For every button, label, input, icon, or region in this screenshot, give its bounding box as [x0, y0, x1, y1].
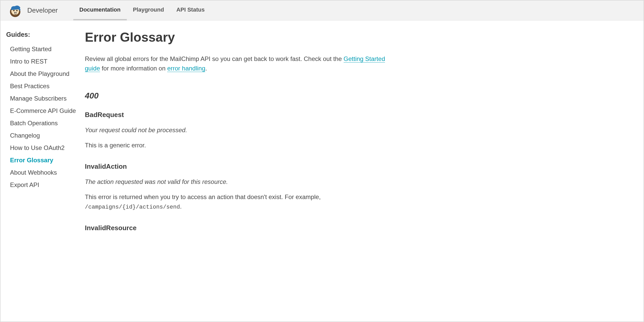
brand-block[interactable]: Developer [1, 1, 73, 20]
sidebar-item-label: Manage Subscribers [10, 95, 67, 102]
intro-paragraph: Review all global errors for the MailChi… [85, 54, 388, 73]
sidebar-item-about-playground[interactable]: About the Playground [10, 68, 80, 80]
sidebar-item-best-practices[interactable]: Best Practices [10, 80, 80, 92]
error-desc-code: /campaigns/{id}/actions/send [85, 204, 180, 210]
intro-text-mid: for more information on [100, 65, 167, 72]
sidebar-item-export-api[interactable]: Export API [10, 179, 80, 191]
page-title: Error Glossary [85, 30, 388, 45]
sidebar-item-how-to-use-oauth2[interactable]: How to Use OAuth2 [10, 142, 80, 154]
nav-documentation[interactable]: Documentation [73, 1, 127, 20]
sidebar-item-label: Changelog [10, 132, 40, 139]
svg-point-3 [16, 10, 17, 11]
mailchimp-logo-icon [8, 4, 22, 17]
sidebar-item-label: Intro to REST [10, 58, 47, 65]
error-name: InvalidResource [85, 224, 388, 232]
sidebar-item-intro-to-rest[interactable]: Intro to REST [10, 55, 80, 68]
sidebar-item-error-glossary[interactable]: Error Glossary [10, 154, 80, 166]
sidebar-item-label: How to Use OAuth2 [10, 144, 65, 151]
error-invalidaction: InvalidAction The action requested was n… [85, 163, 388, 212]
intro-text-post: . [205, 65, 207, 72]
sidebar-heading: Guides: [6, 31, 80, 38]
nav-api-status[interactable]: API Status [170, 1, 211, 20]
svg-point-6 [16, 12, 16, 13]
sidebar: Guides: Getting Started Intro to REST Ab… [1, 21, 85, 321]
error-desc-text: This error is returned when you try to a… [85, 193, 321, 200]
sidebar-item-label: Getting Started [10, 46, 51, 52]
sidebar-item-label: Export API [10, 181, 39, 188]
main-content: Error Glossary Review all global errors … [85, 21, 399, 321]
error-invalidresource: InvalidResource [85, 224, 388, 232]
sidebar-item-label: About Webhooks [10, 169, 57, 176]
nav-playground-label: Playground [133, 6, 164, 13]
status-code-heading: 400 [85, 91, 388, 101]
error-name: BadRequest [85, 111, 388, 119]
error-summary: The action requested was not valid for t… [85, 177, 388, 186]
sidebar-item-getting-started[interactable]: Getting Started [10, 43, 80, 55]
svg-point-4 [13, 11, 17, 14]
error-summary: Your request could not be processed. [85, 126, 388, 135]
sidebar-item-about-webhooks[interactable]: About Webhooks [10, 166, 80, 179]
error-desc: This error is returned when you try to a… [85, 192, 388, 212]
nav-documentation-label: Documentation [79, 6, 121, 13]
svg-point-2 [13, 10, 14, 11]
brand-text: Developer [27, 6, 58, 14]
sidebar-item-label: About the Playground [10, 70, 69, 77]
intro-text-pre: Review all global errors for the MailChi… [85, 55, 344, 62]
nav-api-status-label: API Status [176, 6, 205, 13]
sidebar-item-label: Error Glossary [10, 157, 53, 164]
top-nav: Documentation Playground API Status [73, 1, 211, 20]
error-badrequest: BadRequest Your request could not be pro… [85, 111, 388, 150]
svg-point-5 [14, 12, 15, 13]
sidebar-item-batch-operations[interactable]: Batch Operations [10, 117, 80, 129]
link-error-handling[interactable]: error handling [167, 65, 205, 72]
sidebar-list: Getting Started Intro to REST About the … [6, 43, 80, 191]
sidebar-item-changelog[interactable]: Changelog [10, 129, 80, 142]
sidebar-item-label: E-Commerce API Guide [10, 107, 76, 114]
sidebar-item-ecommerce-api-guide[interactable]: E-Commerce API Guide [10, 105, 80, 117]
header-bar: Developer Documentation Playground API S… [1, 1, 643, 21]
sidebar-item-manage-subscribers[interactable]: Manage Subscribers [10, 92, 80, 105]
page-body: Guides: Getting Started Intro to REST Ab… [1, 21, 643, 321]
app-viewport: Developer Documentation Playground API S… [0, 0, 644, 322]
error-name: InvalidAction [85, 163, 388, 171]
nav-playground[interactable]: Playground [127, 1, 170, 20]
error-desc: This is a generic error. [85, 140, 388, 150]
sidebar-item-label: Batch Operations [10, 120, 58, 127]
sidebar-item-label: Best Practices [10, 83, 49, 90]
